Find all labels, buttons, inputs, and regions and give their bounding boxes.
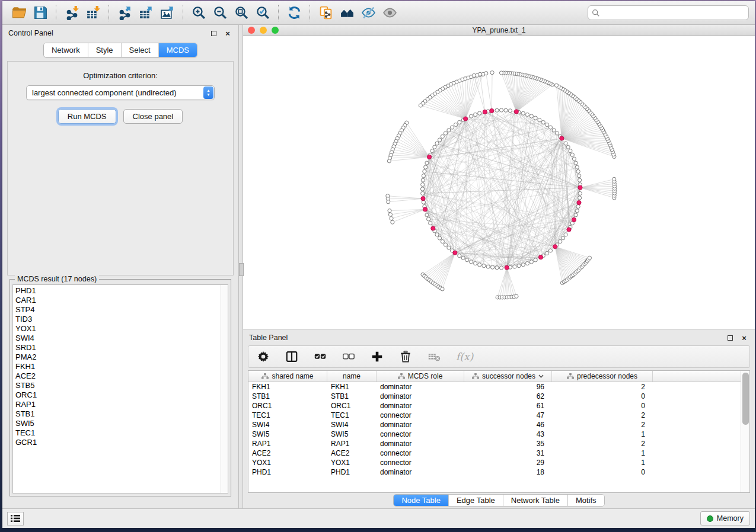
table-row[interactable]: PHD1PHD1dominator180 xyxy=(248,467,741,477)
leaf-node[interactable] xyxy=(490,71,494,75)
ring-node[interactable] xyxy=(572,157,576,161)
ring-node[interactable] xyxy=(578,196,582,200)
column-header-predecessor-nodes[interactable]: predecessor nodes xyxy=(552,371,653,382)
ring-node[interactable] xyxy=(495,266,499,270)
ring-node[interactable] xyxy=(465,258,469,262)
task-history-button[interactable] xyxy=(7,512,24,525)
import-network-button[interactable] xyxy=(61,4,82,23)
ring-node[interactable] xyxy=(438,138,441,142)
first-neighbors-button[interactable] xyxy=(336,4,358,23)
deselect-all-button[interactable] xyxy=(342,348,355,365)
ring-node[interactable] xyxy=(478,111,481,115)
close-panel-button[interactable]: Close panel xyxy=(123,109,183,124)
mcds-hub-node[interactable] xyxy=(453,251,457,255)
table-row[interactable]: YOX1YOX1connector291 xyxy=(248,458,741,467)
mcds-hub-node[interactable] xyxy=(427,155,431,159)
add-column-button[interactable] xyxy=(371,348,384,365)
ring-node[interactable] xyxy=(427,217,430,221)
ring-node[interactable] xyxy=(478,263,481,267)
close-table-panel-icon[interactable]: × xyxy=(739,334,749,342)
ring-node[interactable] xyxy=(430,149,434,153)
ring-node[interactable] xyxy=(444,132,447,135)
leaf-node[interactable] xyxy=(499,71,503,75)
ring-node[interactable] xyxy=(517,264,521,268)
table-row[interactable]: RAP1RAP1dominator352 xyxy=(248,439,741,448)
ring-node[interactable] xyxy=(569,149,572,153)
ring-node[interactable] xyxy=(570,153,574,156)
ring-node[interactable] xyxy=(423,169,426,173)
ring-node[interactable] xyxy=(429,222,432,225)
ring-node[interactable] xyxy=(564,142,567,145)
search-field[interactable] xyxy=(588,5,749,20)
ring-node[interactable] xyxy=(420,187,424,191)
ring-node[interactable] xyxy=(575,209,579,213)
maximize-window-icon[interactable] xyxy=(272,27,279,34)
mcds-result-item[interactable]: SWI4 xyxy=(15,334,221,343)
column-header-name[interactable]: name xyxy=(327,371,377,382)
mcds-result-item[interactable]: TID3 xyxy=(15,315,221,324)
splitter-handle[interactable] xyxy=(239,263,244,276)
ring-node[interactable] xyxy=(473,113,477,116)
ring-node[interactable] xyxy=(529,260,533,264)
ring-node[interactable] xyxy=(441,240,444,243)
table-row[interactable]: ACE2ACE2connector311 xyxy=(248,448,741,458)
save-session-button[interactable] xyxy=(30,4,51,23)
ring-node[interactable] xyxy=(566,145,570,149)
mcds-result-item[interactable]: SRD1 xyxy=(15,343,221,352)
ring-node[interactable] xyxy=(541,120,545,124)
ring-node[interactable] xyxy=(495,108,499,112)
ring-node[interactable] xyxy=(444,243,447,246)
mcds-result-item[interactable]: SWI5 xyxy=(15,419,221,428)
ring-node[interactable] xyxy=(421,182,425,186)
ring-node[interactable] xyxy=(499,266,503,270)
ring-node[interactable] xyxy=(561,236,564,240)
table-row[interactable]: FKH1FKH1dominator962 xyxy=(248,382,741,392)
leaf-node[interactable] xyxy=(515,294,518,298)
minimize-window-icon[interactable] xyxy=(260,27,267,34)
table-scrollbar-thumb[interactable] xyxy=(742,373,749,425)
tab-mcds[interactable]: MCDS xyxy=(159,43,197,57)
column-header-shared-name[interactable]: shared name xyxy=(248,371,327,382)
ring-node[interactable] xyxy=(578,174,581,178)
ring-node[interactable] xyxy=(564,233,567,236)
mcds-hub-node[interactable] xyxy=(483,110,487,114)
tab-motifs[interactable]: Motifs xyxy=(568,495,604,506)
criterion-select[interactable]: largest connected component (undirected)… xyxy=(26,85,215,100)
leaf-node[interactable] xyxy=(554,84,558,87)
select-all-button[interactable] xyxy=(314,348,327,365)
delete-column-button[interactable] xyxy=(399,348,412,365)
mcds-result-item[interactable]: YOX1 xyxy=(15,324,221,334)
ring-node[interactable] xyxy=(525,261,529,265)
table-row[interactable]: SWI4SWI4dominator462 xyxy=(248,420,741,430)
network-view-canvas[interactable] xyxy=(243,36,755,329)
tab-network-table[interactable]: Network Table xyxy=(503,495,568,506)
leaf-node[interactable] xyxy=(588,256,591,259)
table-row[interactable]: SWI5SWI5connector431 xyxy=(248,430,741,439)
mcds-result-item[interactable]: STP4 xyxy=(15,305,221,315)
mcds-result-item[interactable]: RAP1 xyxy=(15,400,221,409)
column-header-MCDS-role[interactable]: MCDS role xyxy=(377,371,464,382)
mcds-result-item[interactable]: ORC1 xyxy=(15,390,221,400)
float-panel-icon[interactable] xyxy=(209,29,218,37)
ring-node[interactable] xyxy=(447,129,451,132)
mcds-hub-node[interactable] xyxy=(577,200,581,204)
mcds-hub-node[interactable] xyxy=(578,185,582,190)
mcds-hub-node[interactable] xyxy=(538,255,543,259)
ring-node[interactable] xyxy=(441,134,444,138)
ring-node[interactable] xyxy=(574,161,578,165)
ring-node[interactable] xyxy=(421,191,425,195)
ring-node[interactable] xyxy=(425,161,429,165)
ring-node[interactable] xyxy=(555,132,559,135)
column-visibility-button[interactable] xyxy=(285,348,298,365)
new-network-from-selection-button[interactable] xyxy=(315,4,336,23)
export-image-button[interactable] xyxy=(157,4,178,23)
mcds-result-item[interactable]: CAR1 xyxy=(15,296,221,305)
zoom-selected-button[interactable] xyxy=(252,4,273,23)
ring-node[interactable] xyxy=(486,265,490,268)
ring-node[interactable] xyxy=(521,263,525,267)
ring-node[interactable] xyxy=(575,165,579,169)
mcds-result-list[interactable]: PHD1CAR1STP4TID3YOX1SWI4SRD1PMA2FKH1ACE2… xyxy=(13,285,221,493)
leaf-node[interactable] xyxy=(613,177,616,181)
tab-edge-table[interactable]: Edge Table xyxy=(449,495,503,506)
ring-node[interactable] xyxy=(529,114,533,118)
